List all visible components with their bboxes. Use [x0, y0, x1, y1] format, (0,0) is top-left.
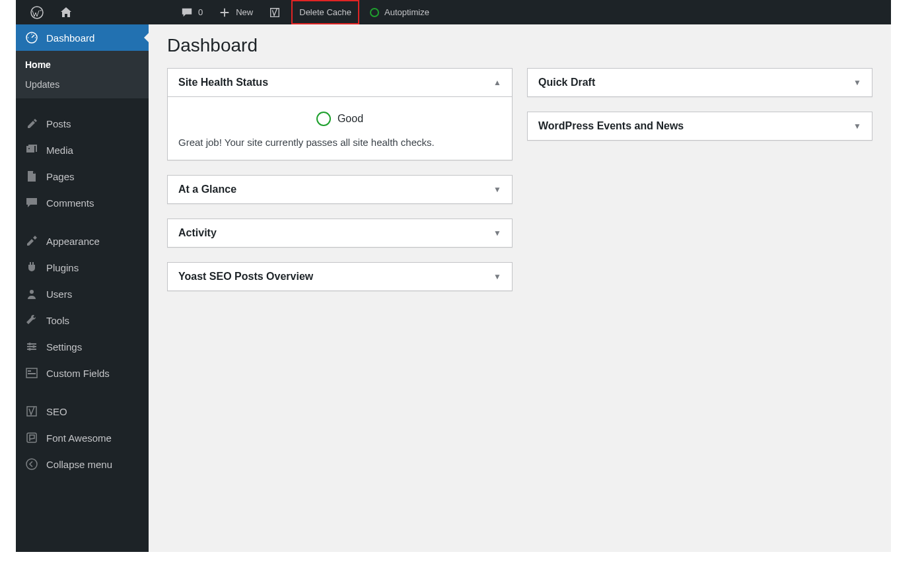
site-home-link[interactable] [52, 0, 81, 24]
sidebar-label: Posts [46, 118, 71, 129]
settings-icon [25, 340, 38, 353]
chevron-down-icon: ▼ [493, 185, 501, 194]
comments-count: 0 [198, 7, 203, 17]
posts-icon [25, 117, 38, 130]
sidebar-item-posts[interactable]: Posts [16, 110, 149, 137]
wp-admin: 0 New Delete Cache Autoptimize [16, 0, 891, 552]
dashboard-columns: Site Health Status ▲ Good Great job! You… [167, 68, 872, 291]
svg-rect-11 [28, 370, 31, 372]
sidebar-item-comments[interactable]: Comments [16, 189, 149, 216]
svg-point-3 [30, 290, 34, 294]
dashboard-icon [25, 31, 38, 44]
chevron-down-icon: ▼ [493, 272, 501, 281]
postbox-title: Yoast SEO Posts Overview [178, 271, 313, 283]
sidebar-label: Appearance [46, 236, 100, 247]
postbox-header[interactable]: WordPress Events and News ▼ [528, 112, 872, 140]
svg-rect-12 [28, 373, 36, 374]
comments-icon [25, 196, 38, 209]
sidebar-label: Comments [46, 197, 94, 209]
sidebar-label: Font Awesome [46, 432, 112, 444]
custom-fields-icon [25, 366, 38, 380]
comment-icon [181, 7, 193, 18]
sidebar-label: Pages [46, 171, 75, 182]
postbox-at-a-glance: At a Glance ▼ [167, 175, 513, 204]
sidebar-item-dashboard[interactable]: Dashboard [16, 24, 149, 51]
wordpress-logo-icon [30, 6, 44, 19]
sidebar-label: SEO [46, 406, 67, 417]
sidebar-item-media[interactable]: Media [16, 137, 149, 163]
postbox-title: Site Health Status [178, 77, 268, 88]
chevron-down-icon: ▼ [493, 228, 501, 238]
sidebar-item-seo[interactable]: SEO [16, 398, 149, 424]
chevron-up-icon: ▲ [493, 78, 501, 87]
admin-toolbar: 0 New Delete Cache Autoptimize [16, 0, 891, 24]
comments-link[interactable]: 0 [173, 0, 211, 24]
seo-icon [25, 405, 38, 418]
sidebar-item-font-awesome[interactable]: Font Awesome [16, 424, 149, 451]
submenu-item-updates[interactable]: Updates [16, 75, 149, 94]
svg-point-9 [28, 348, 31, 351]
svg-rect-13 [27, 433, 36, 442]
postbox-quick-draft: Quick Draft ▼ [527, 68, 872, 97]
plugins-icon [25, 261, 38, 274]
postbox-body: Good Great job! Your site currently pass… [168, 96, 512, 160]
postbox-title: Activity [178, 227, 217, 239]
delete-cache-button[interactable]: Delete Cache [291, 0, 359, 24]
sidebar-item-users[interactable]: Users [16, 281, 149, 307]
sidebar-label: Media [46, 145, 73, 156]
svg-point-14 [26, 459, 37, 469]
sidebar-label: Plugins [46, 262, 79, 273]
sidebar-label: Custom Fields [46, 368, 110, 379]
postbox-title: WordPress Events and News [538, 120, 684, 132]
postbox-site-health: Site Health Status ▲ Good Great job! You… [167, 68, 513, 160]
health-status-label: Good [338, 113, 363, 125]
site-health-status: Good [178, 106, 501, 137]
chevron-down-icon: ▼ [853, 78, 861, 87]
postbox-header[interactable]: Quick Draft ▼ [528, 69, 872, 96]
health-good-icon [316, 112, 331, 126]
health-message: Great job! Your site currently passes al… [178, 137, 501, 148]
dashboard-right-column: Quick Draft ▼ WordPress Events and News … [527, 68, 872, 291]
autoptimize-status-icon [370, 8, 379, 17]
main-content: Dashboard Site Health Status ▲ Good [149, 24, 891, 552]
sidebar-label: Settings [46, 341, 82, 353]
postbox-events-news: WordPress Events and News ▼ [527, 112, 872, 141]
dashboard-submenu: Home Updates [16, 51, 149, 98]
sidebar-item-appearance[interactable]: Appearance [16, 228, 149, 254]
wordpress-logo-menu[interactable] [22, 0, 52, 24]
page-title: Dashboard [167, 35, 872, 56]
font-awesome-icon [25, 431, 38, 444]
home-icon [59, 6, 73, 19]
autoptimize-label: Autoptimize [384, 7, 429, 17]
sidebar-item-settings[interactable]: Settings [16, 333, 149, 360]
appearance-icon [25, 234, 38, 248]
sidebar-label: Dashboard [46, 32, 94, 44]
svg-point-2 [28, 148, 30, 149]
sidebar-item-custom-fields[interactable]: Custom Fields [16, 360, 149, 386]
plus-icon [219, 7, 231, 18]
sidebar-label: Collapse menu [46, 459, 112, 470]
sidebar-item-plugins[interactable]: Plugins [16, 254, 149, 281]
new-content-menu[interactable]: New [211, 0, 261, 24]
admin-sidebar: Dashboard Home Updates Posts Media [16, 24, 149, 552]
users-icon [25, 287, 38, 300]
postbox-header[interactable]: At a Glance ▼ [168, 176, 512, 203]
chevron-down-icon: ▼ [853, 121, 861, 131]
submenu-item-home[interactable]: Home [16, 55, 149, 75]
tools-icon [25, 314, 38, 327]
yoast-menu[interactable] [261, 0, 289, 24]
delete-cache-label: Delete Cache [299, 7, 351, 17]
postbox-activity: Activity ▼ [167, 219, 513, 248]
postbox-title: Quick Draft [538, 77, 595, 88]
postbox-header[interactable]: Site Health Status ▲ [168, 69, 512, 96]
sidebar-collapse-menu[interactable]: Collapse menu [16, 451, 149, 477]
yoast-icon [269, 7, 281, 18]
postbox-header[interactable]: Activity ▼ [168, 219, 512, 247]
dashboard-left-column: Site Health Status ▲ Good Great job! You… [167, 68, 513, 291]
postbox-header[interactable]: Yoast SEO Posts Overview ▼ [168, 263, 512, 290]
postbox-title: At a Glance [178, 184, 236, 195]
autoptimize-menu[interactable]: Autoptimize [362, 0, 437, 24]
sidebar-item-tools[interactable]: Tools [16, 307, 149, 333]
new-label: New [236, 7, 253, 17]
sidebar-item-pages[interactable]: Pages [16, 163, 149, 189]
